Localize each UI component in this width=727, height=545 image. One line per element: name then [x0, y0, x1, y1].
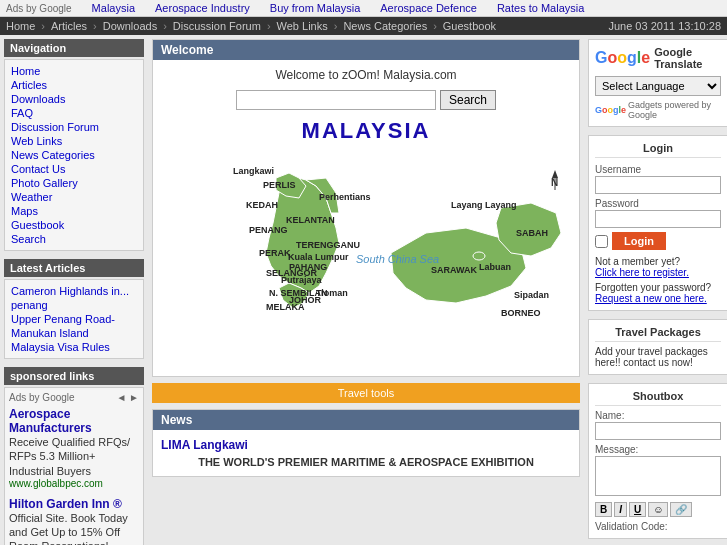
label-putrajaya: Putrajaya	[281, 275, 323, 285]
sidebar-nav-links: Home Articles Downloads FAQ Discussion F…	[4, 59, 144, 251]
link-button[interactable]: 🔗	[670, 502, 692, 517]
ad-item-0: Aerospace Manufacturers Receive Qualifie…	[9, 407, 139, 489]
welcome-title: Welcome	[153, 40, 579, 60]
shoutbox-title: Shoutbox	[595, 390, 721, 406]
travel-pkg-title: Travel Packages	[595, 326, 721, 342]
ad-item-1: Hilton Garden Inn ® Official Site. Book …	[9, 497, 139, 545]
login-box: Login Username Password Login Not a memb…	[588, 135, 727, 311]
latest-article-3[interactable]: Manukan Island	[11, 326, 137, 340]
latest-articles-links: Cameron Highlands in... penang Upper Pen…	[4, 279, 144, 359]
right-sidebar: Google Google Translate Select Language …	[584, 35, 727, 545]
bold-button[interactable]: B	[595, 502, 612, 517]
remember-me-checkbox[interactable]	[595, 235, 608, 248]
travel-tools-bar[interactable]: Travel tools	[152, 383, 580, 403]
sidebar-weblinks[interactable]: Web Links	[11, 134, 137, 148]
gadgets-label: Gadgets powered by Google	[628, 100, 721, 120]
latest-article-1[interactable]: penang	[11, 298, 137, 312]
label-terengganu: TERENGGANU	[296, 240, 360, 250]
nav-bar: Home › Articles › Downloads › Discussion…	[0, 17, 727, 35]
label-kelantan: KELANTAN	[286, 215, 335, 225]
search-input[interactable]	[236, 90, 436, 110]
sponsored-title: sponsored links	[4, 367, 144, 385]
powered-by: Google Gadgets powered by Google	[595, 100, 721, 120]
ads-nav-arrows[interactable]: ◄ ►	[116, 392, 139, 403]
welcome-box: Welcome Welcome to zOOm! Malaysia.com Se…	[152, 39, 580, 377]
language-select[interactable]: Select Language	[595, 76, 721, 96]
malaysia-map-svg: PERLIS KEDAH PENANG KELANTAN PERAK TEREN…	[161, 148, 571, 368]
latest-article-2[interactable]: Upper Penang Road-	[11, 312, 137, 326]
nav-weblinks[interactable]: Web Links	[277, 20, 328, 32]
latest-article-0[interactable]: Cameron Highlands in...	[11, 284, 137, 298]
nav-articles[interactable]: Articles	[51, 20, 87, 32]
shoutbox: Shoutbox Name: Message: B I U ☺ 🔗 Valida…	[588, 383, 727, 539]
news-title: News	[153, 410, 579, 430]
nav-newscats[interactable]: News Categories	[343, 20, 427, 32]
ads-by-label: Ads by Google	[6, 3, 72, 14]
google-translate-title: Google Google Translate	[595, 46, 721, 70]
ad-title-1[interactable]: Hilton Garden Inn ®	[9, 497, 139, 511]
ad-link-rates[interactable]: Rates to Malaysia	[497, 2, 584, 14]
username-label: Username	[595, 164, 721, 175]
ad-link-buy[interactable]: Buy from Malaysia	[270, 2, 360, 14]
google-mini-logo: Google	[595, 105, 626, 115]
sidebar-discussion[interactable]: Discussion Forum	[11, 120, 137, 134]
ads-block: Ads by Google ◄ ► Aerospace Manufacturer…	[4, 387, 144, 545]
label-perak: PERAK	[259, 248, 291, 258]
label-tioman: Tioman	[316, 288, 348, 298]
travel-pkg-text: Add your travel packages here!! contact …	[595, 346, 721, 368]
underline-button[interactable]: U	[629, 502, 646, 517]
powered-by-label: Google Gadgets powered by Google	[595, 100, 721, 120]
username-input[interactable]	[595, 176, 721, 194]
shoutbox-message-input[interactable]	[595, 456, 721, 496]
sidebar-photogallery[interactable]: Photo Gallery	[11, 176, 137, 190]
sidebar-contact[interactable]: Contact Us	[11, 162, 137, 176]
login-button[interactable]: Login	[612, 232, 666, 250]
shoutbox-name-input[interactable]	[595, 422, 721, 440]
translate-label: Google Translate	[654, 46, 721, 70]
news-subtitle: THE WORLD'S PREMIER MARITIME & AEROSPACE…	[161, 456, 571, 468]
main-wrapper: Navigation Home Articles Downloads FAQ D…	[0, 35, 727, 545]
ad-link-aerospace[interactable]: Aerospace Industry	[155, 2, 250, 14]
sidebar-maps[interactable]: Maps	[11, 204, 137, 218]
label-kl: Kuala Lumpur	[288, 252, 349, 262]
sidebar-search[interactable]: Search	[11, 232, 137, 246]
news-article-title[interactable]: LIMA Langkawi	[161, 438, 571, 452]
news-box: News LIMA Langkawi THE WORLD'S PREMIER M…	[152, 409, 580, 477]
top-ad-bar: Ads by Google Malaysia Aerospace Industr…	[0, 0, 727, 17]
nav-home[interactable]: Home	[6, 20, 35, 32]
latest-article-4[interactable]: Malaysia Visa Rules	[11, 340, 137, 354]
emoji-button[interactable]: ☺	[648, 502, 668, 517]
ad-title-0[interactable]: Aerospace Manufacturers	[9, 407, 139, 435]
forgot-text: Forgotten your password?	[595, 282, 711, 293]
label-labuan: Labuan	[479, 262, 511, 272]
malaysia-title: MALAYSIA	[161, 118, 571, 144]
italic-button[interactable]: I	[614, 502, 627, 517]
ad-link-malaysia[interactable]: Malaysia	[92, 2, 135, 14]
nav-links: Home › Articles › Downloads › Discussion…	[6, 20, 496, 32]
travel-packages-box: Travel Packages Add your travel packages…	[588, 319, 727, 375]
nav-downloads[interactable]: Downloads	[103, 20, 157, 32]
label-pahang: PAHANG	[289, 262, 327, 272]
labuan-island	[473, 252, 485, 260]
sidebar-weather[interactable]: Weather	[11, 190, 137, 204]
request-new-anchor[interactable]: Request a new one here.	[595, 293, 707, 304]
register-anchor[interactable]: Click here to register.	[595, 267, 689, 278]
ads-header: Ads by Google ◄ ►	[9, 392, 139, 403]
label-perlis: PERLIS	[263, 180, 296, 190]
forgot-link: Forgotten your password? Request a new o…	[595, 282, 721, 304]
sidebar-guestbook[interactable]: Guestbook	[11, 218, 137, 232]
ad-link-defence[interactable]: Aerospace Defence	[380, 2, 477, 14]
sidebar-articles[interactable]: Articles	[11, 78, 137, 92]
nav-guestbook[interactable]: Guestbook	[443, 20, 496, 32]
label-sabah: SABAH	[516, 228, 548, 238]
sidebar-faq[interactable]: FAQ	[11, 106, 137, 120]
ad-desc-0: Receive Qualified RFQs/ RFPs 5.3 Million…	[9, 435, 139, 478]
sidebar-home[interactable]: Home	[11, 64, 137, 78]
sidebar-downloads[interactable]: Downloads	[11, 92, 137, 106]
search-button[interactable]: Search	[440, 90, 496, 110]
nav-discussion[interactable]: Discussion Forum	[173, 20, 261, 32]
google-translate-widget: Google Google Translate Select Language …	[588, 39, 727, 127]
label-perhentians: Perhentians	[319, 192, 371, 202]
password-input[interactable]	[595, 210, 721, 228]
sidebar-newscats[interactable]: News Categories	[11, 148, 137, 162]
